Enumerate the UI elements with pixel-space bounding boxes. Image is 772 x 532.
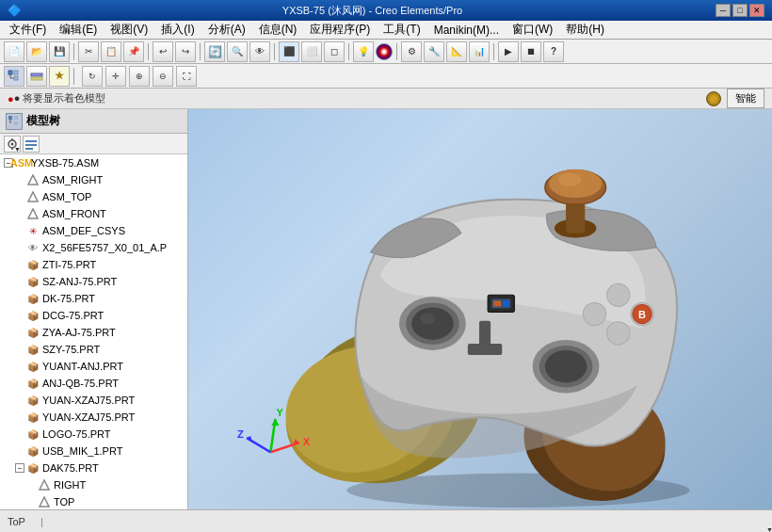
color-button[interactable] [376, 43, 393, 60]
minimize-button[interactable]: ─ [716, 4, 731, 17]
tree-item[interactable]: RIGHT [0, 476, 187, 493]
tree-item-label: DK-75.PRT [42, 293, 95, 304]
tree-content[interactable]: −ASMYXSB-75.ASMASM_RIGHTASM_TOPASM_FRONT… [0, 154, 187, 509]
tree-item[interactable]: TOP [0, 493, 187, 509]
tree-item[interactable]: 📦ZYA-AJ-75.PRT [0, 324, 187, 341]
tree-item-label: ZTI-75.PRT [42, 259, 96, 270]
menu-item-manikinm[interactable]: Manikin(M)... [428, 23, 505, 38]
feature-btn[interactable]: ★ [49, 66, 70, 87]
close-button[interactable]: ✕ [749, 4, 764, 17]
play-button[interactable]: ▶ [498, 41, 519, 62]
menu-item-e[interactable]: 编辑(E) [54, 21, 103, 39]
tree-item[interactable]: 📦YUANT-ANJ.PRT [0, 358, 187, 375]
menu-item-t[interactable]: 工具(T) [378, 21, 426, 39]
tree-item[interactable]: −ASMYXSB-75.ASM [0, 154, 187, 171]
svg-rect-1 [14, 71, 18, 74]
tree-item-label: ASM_FRONT [42, 208, 106, 219]
view-button[interactable]: 👁 [249, 41, 270, 62]
menu-item-v[interactable]: 视图(V) [105, 21, 153, 39]
undo-button[interactable]: ↩ [153, 41, 173, 62]
tree-item[interactable]: 📦DK-75.PRT [0, 290, 187, 307]
tools-button[interactable]: 🔧 [424, 41, 444, 62]
tree-item-icon: 📦 [26, 377, 40, 390]
fit-btn[interactable]: ⛶ [176, 66, 197, 87]
maximize-button[interactable]: □ [732, 4, 748, 17]
app-icon: 🔷 [8, 4, 22, 17]
menu-item-f[interactable]: 文件(F) [4, 21, 52, 39]
menu-item-a[interactable]: 分析(A) [202, 21, 251, 39]
tree-item[interactable]: 📦ANJ-QB-75.PRT [0, 375, 187, 392]
shade-button[interactable]: ⬛ [279, 41, 299, 62]
tree-item[interactable]: ✳ASM_DEF_CSYS [0, 222, 187, 239]
toolbar2-group: ↻ ✛ ⊕ ⊖ ⛶ [82, 66, 197, 87]
tree-item[interactable]: 👁X2_56FE5757_X0_01_A.P [0, 239, 187, 256]
settings-button[interactable]: ⚙ [401, 41, 422, 62]
hidden-button[interactable]: ◻ [324, 41, 345, 62]
copy-button[interactable]: 📋 [101, 41, 121, 62]
save-button[interactable]: 💾 [49, 41, 70, 62]
svg-marker-21 [40, 480, 49, 490]
menu-bar: 文件(F)编辑(E)视图(V)插入(I)分析(A)信息(N)应用程序(P)工具(… [0, 21, 772, 40]
menu-item-i[interactable]: 插入(I) [155, 21, 200, 39]
tree-item-icon: 📦 [26, 292, 40, 305]
cut-button[interactable]: ✂ [78, 41, 99, 62]
pan-btn[interactable]: ✛ [105, 66, 126, 87]
smart-button[interactable]: 智能 [727, 89, 764, 108]
right-stick-cap [545, 350, 587, 382]
usb-indicator2 [503, 300, 508, 306]
regenerate-button[interactable]: 🔄 [204, 41, 225, 62]
tree-item-icon: 📦 [26, 275, 40, 288]
tree-item[interactable]: ASM_RIGHT [0, 171, 187, 188]
redo-button[interactable]: ↪ [175, 41, 196, 62]
tree-item[interactable]: 📦SZ-ANJ-75.PRT [0, 273, 187, 290]
top-stick-cap-highlight [558, 173, 581, 186]
tree-item-label: SZY-75.PRT [42, 344, 100, 355]
new-button[interactable]: 📄 [4, 41, 24, 62]
tree-item[interactable]: 📦LOGO-75.PRT [0, 426, 187, 443]
tree-item-label: YUANT-ANJ.PRT [42, 361, 123, 372]
layer-btn[interactable] [26, 66, 47, 87]
wireframe-button[interactable]: ⬜ [301, 41, 322, 62]
measure-button[interactable]: 📐 [446, 41, 467, 62]
tree-item[interactable]: ASM_FRONT [0, 205, 187, 222]
stop-button[interactable]: ⏹ [521, 41, 541, 62]
paste-button[interactable]: 📌 [123, 41, 144, 62]
viewport[interactable]: 🌿 沐风网 www.mufcad.com [188, 109, 772, 509]
tree-item[interactable]: 📦YUAN-XZAJ75.PRT [0, 409, 187, 426]
tree-icon-btn[interactable] [4, 66, 24, 87]
menu-item-h[interactable]: 帮助(H) [560, 21, 610, 39]
tree-header-icon-1[interactable] [6, 113, 23, 130]
menu-item-p[interactable]: 应用程序(P) [304, 21, 376, 39]
tree-display-btn[interactable]: ▼ [23, 136, 40, 153]
svg-rect-4 [14, 76, 18, 80]
zoom-out-btn[interactable]: ⊖ [153, 66, 173, 87]
controller-model: B X [188, 109, 772, 509]
tree-settings-btn[interactable]: ▼ [4, 136, 21, 153]
info-message: ● 将要显示着色模型 [14, 91, 106, 105]
svg-rect-0 [8, 71, 12, 74]
tree-item[interactable]: 📦USB_MIK_1.PRT [0, 443, 187, 459]
zoom-in-btn[interactable]: ⊕ [129, 66, 150, 87]
tree-item[interactable]: −📦DAK75.PRT [0, 459, 187, 476]
tree-item-icon: 📦 [26, 326, 40, 339]
tree-item[interactable]: 📦SZY-75.PRT [0, 341, 187, 358]
light-button[interactable]: 💡 [353, 41, 374, 62]
tree-item[interactable]: 📦DCG-75.PRT [0, 307, 187, 324]
tree-item-icon: 📦 [26, 394, 40, 407]
tree-item[interactable]: ASM_TOP [0, 188, 187, 205]
menu-item-w[interactable]: 窗口(W) [507, 21, 558, 39]
open-button[interactable]: 📂 [26, 41, 47, 62]
dpad-horizontal [468, 344, 502, 355]
spin-btn[interactable]: ↻ [82, 66, 103, 87]
zoom-button[interactable]: 🔍 [227, 41, 248, 62]
tree-item[interactable]: 📦ZTI-75.PRT [0, 256, 187, 273]
toolbar-sep-3 [200, 43, 201, 60]
info-strip: ● ● 将要显示着色模型 智能 [0, 89, 772, 109]
expand-button[interactable]: − [15, 463, 24, 473]
tree-item[interactable]: 📦YUAN-XZAJ75.PRT [0, 392, 187, 409]
menu-item-n[interactable]: 信息(N) [253, 21, 303, 39]
analysis-button[interactable]: 📊 [469, 41, 490, 62]
model-tree-panel: 模型树 ▼ ▼ −A [0, 109, 188, 509]
help-button[interactable]: ? [543, 41, 564, 62]
tree-item-label: YXSB-75.ASM [31, 157, 99, 169]
